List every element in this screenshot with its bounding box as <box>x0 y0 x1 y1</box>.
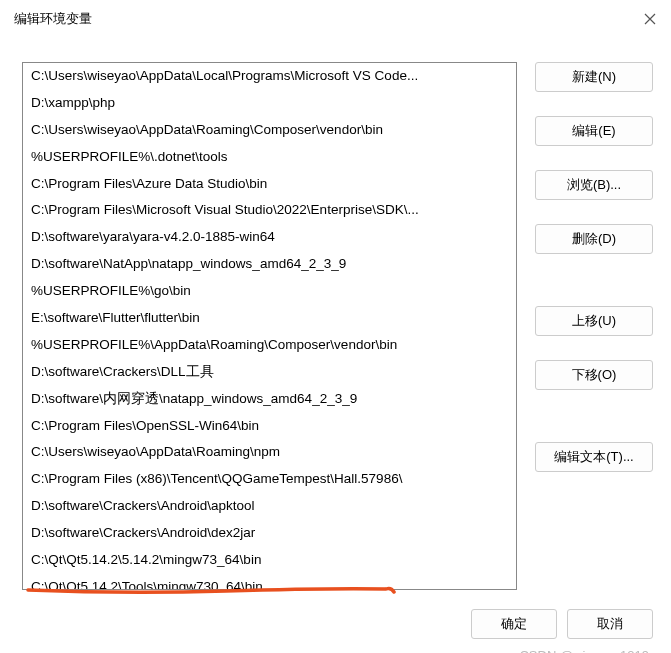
list-item[interactable]: E:\software\Flutter\flutter\bin <box>23 305 516 332</box>
dialog-content: C:\Users\wiseyao\AppData\Local\Programs\… <box>0 34 671 593</box>
move-down-button[interactable]: 下移(O) <box>535 360 653 390</box>
button-column: 新建(N) 编辑(E) 浏览(B)... 删除(D) 上移(U) 下移(O) 编… <box>535 62 653 593</box>
list-item[interactable]: %USERPROFILE%\go\bin <box>23 278 516 305</box>
list-item[interactable]: C:\Qt\Qt5.14.2\5.14.2\mingw73_64\bin <box>23 547 516 574</box>
list-item[interactable]: D:\software\NatApp\natapp_windows_amd64_… <box>23 251 516 278</box>
list-item[interactable]: D:\software\内网穿透\natapp_windows_amd64_2_… <box>23 386 516 413</box>
list-item[interactable]: D:\software\Crackers\Android\dex2jar <box>23 520 516 547</box>
edit-button[interactable]: 编辑(E) <box>535 116 653 146</box>
delete-button[interactable]: 删除(D) <box>535 224 653 254</box>
cancel-button[interactable]: 取消 <box>567 609 653 639</box>
watermark-text: CSDN @wiseyao1219 <box>519 648 649 653</box>
browse-button[interactable]: 浏览(B)... <box>535 170 653 200</box>
list-item[interactable]: C:\Program Files\Azure Data Studio\bin <box>23 171 516 198</box>
path-listbox[interactable]: C:\Users\wiseyao\AppData\Local\Programs\… <box>22 62 517 590</box>
new-button[interactable]: 新建(N) <box>535 62 653 92</box>
move-up-button[interactable]: 上移(U) <box>535 306 653 336</box>
list-item[interactable]: C:\Users\wiseyao\AppData\Roaming\npm <box>23 439 516 466</box>
list-item[interactable]: C:\Program Files\Microsoft Visual Studio… <box>23 197 516 224</box>
list-item[interactable]: C:\Users\wiseyao\AppData\Roaming\Compose… <box>23 117 516 144</box>
window-title: 编辑环境变量 <box>14 10 92 28</box>
close-icon[interactable] <box>643 12 657 26</box>
titlebar: 编辑环境变量 <box>0 0 671 34</box>
list-item[interactable]: C:\Program Files (x86)\Tencent\QQGameTem… <box>23 466 516 493</box>
list-item[interactable]: C:\Users\wiseyao\AppData\Local\Programs\… <box>23 63 516 90</box>
list-item[interactable]: D:\software\Crackers\DLL工具 <box>23 359 516 386</box>
list-item[interactable]: D:\software\Crackers\Android\apktool <box>23 493 516 520</box>
list-item[interactable]: D:\xampp\php <box>23 90 516 117</box>
ok-button[interactable]: 确定 <box>471 609 557 639</box>
dialog-footer: 确定 取消 <box>471 609 653 639</box>
list-item[interactable]: D:\software\yara\yara-v4.2.0-1885-win64 <box>23 224 516 251</box>
edit-text-button[interactable]: 编辑文本(T)... <box>535 442 653 472</box>
list-item[interactable]: C:\Qt\Qt5.14.2\Tools\mingw730_64\bin <box>23 574 516 590</box>
list-item[interactable]: %USERPROFILE%\.dotnet\tools <box>23 144 516 171</box>
list-item[interactable]: %USERPROFILE%\AppData\Roaming\Composer\v… <box>23 332 516 359</box>
list-item[interactable]: C:\Program Files\OpenSSL-Win64\bin <box>23 413 516 440</box>
